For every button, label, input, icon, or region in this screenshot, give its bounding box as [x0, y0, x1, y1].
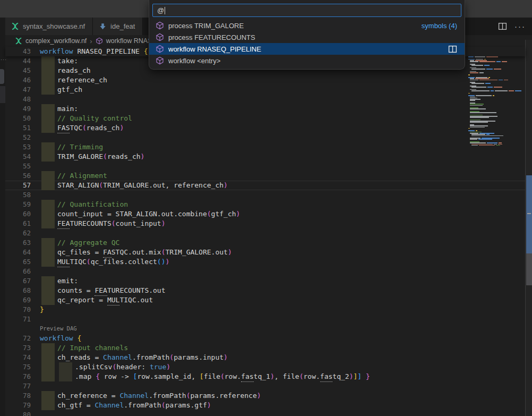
code-line-76[interactable]: 76.map { row -> [row.sample_id, [file(ro… — [5, 372, 525, 381]
code-line-48[interactable]: 48 — [5, 95, 525, 104]
code-token: ) — [224, 181, 228, 190]
code-token: workflow — [40, 334, 73, 343]
code-line-65[interactable]: 65MULTIQC(qc_files.collect()) — [5, 257, 525, 267]
quick-pick-list: process TRIM_GALOREsymbols (4)process FE… — [149, 20, 465, 66]
code-line-46[interactable]: 46reference_ch — [5, 75, 525, 85]
minimap-segment — [470, 61, 478, 62]
code-token: params.reference — [190, 391, 256, 401]
quick-pick-item-workflow-rnaseq-pipeline[interactable]: workflow RNASEQ_PIPELINE — [149, 43, 465, 55]
tab-ide_feat[interactable]: ide_feat — [93, 18, 143, 35]
code-line-51[interactable]: 51FASTQC(reads_ch) — [5, 123, 525, 133]
code-line-63[interactable]: 63// Aggregate QC — [5, 238, 525, 248]
code-line-60[interactable]: 60count_input = STAR_ALIGN.out.combine(g… — [5, 209, 525, 219]
quick-pick-item-workflow-entry-[interactable]: workflow <entry> — [149, 55, 465, 66]
code-line-61[interactable]: 61FEATURECOUNTS(count_input) — [5, 219, 525, 228]
code-token: TRIM_GALORE.out, reference_ch — [103, 181, 224, 190]
code-token: .splitCsv — [75, 362, 112, 372]
line-content: ch_gtf = Channel.fromPath(params.gtf) — [40, 401, 211, 410]
code-token: Channel — [95, 401, 124, 410]
code-line-57[interactable]: 57STAR_ALIGN(TRIM_GALORE.out, reference_… — [5, 181, 525, 190]
code-line-50[interactable]: 50// Quality control — [5, 114, 525, 123]
line-content: // Quantification — [40, 200, 128, 209]
quick-pick-item-process-trim-galore[interactable]: process TRIM_GALOREsymbols (4) — [149, 20, 465, 31]
line-content: main: — [40, 104, 78, 114]
tab-syntax_showcase.nf[interactable]: syntax_showcase.nf — [5, 18, 93, 35]
indent-guide-block — [41, 353, 55, 362]
indent-guide-block — [41, 123, 55, 133]
code-line-72[interactable]: 72workflow { — [5, 334, 525, 343]
code-line-78[interactable]: 78ch_reference = Channel.fromPath(params… — [5, 391, 525, 401]
line-number: 44 — [5, 56, 31, 66]
breadcrumb-file[interactable]: complex_workflow.nf — [25, 37, 87, 45]
code-line-55[interactable]: 55 — [5, 162, 525, 171]
code-line-69[interactable]: 69qc_report = MULTIQC.out — [5, 295, 525, 305]
code-token: STAR_ALIGN — [57, 181, 99, 190]
split-editor-icon[interactable] — [498, 22, 507, 31]
code-token: reference_ch — [57, 75, 107, 85]
line-number: 77 — [5, 381, 31, 391]
code-editor[interactable]: 44take:45reads_ch46reference_ch47gtf_ch4… — [5, 56, 525, 416]
code-token: tq_2 — [332, 372, 349, 381]
code-line-56[interactable]: 56// Alignment — [5, 171, 525, 181]
quick-pick-input[interactable]: @ — [152, 4, 461, 17]
code-line-74[interactable]: 74ch_reads = Channel.fromPath(params.inp… — [5, 353, 525, 362]
quick-pick-widget: @ process TRIM_GALOREsymbols (4)process … — [149, 0, 465, 70]
code-line-79[interactable]: 79ch_gtf = Channel.fromPath(params.gtf) — [5, 401, 525, 410]
minimap-segment — [470, 127, 485, 128]
code-line-64[interactable]: 64qc_files = FASTQC.out.mix(TRIM_GALORE.… — [5, 248, 525, 257]
right-panel-sliver — [525, 40, 532, 416]
symbol-cube-icon — [96, 37, 103, 45]
code-line-68[interactable]: 68counts = FEATURECOUNTS.out — [5, 286, 525, 295]
code-token: // Aggregate QC — [57, 238, 119, 248]
code-token: ch_reads = — [57, 353, 103, 362]
line-number: 69 — [5, 295, 31, 305]
line-number: 78 — [5, 391, 31, 401]
more-actions-icon[interactable]: ··· — [514, 24, 526, 29]
code-token: true — [150, 362, 166, 372]
code-token: STQC.out.mix — [111, 248, 161, 257]
indent-guide-block — [41, 152, 55, 162]
indent-guide-block — [41, 66, 55, 75]
minimap-segment — [479, 145, 495, 146]
line-content: MULTIQC(qc_files.collect()) — [40, 257, 169, 267]
code-line-77[interactable]: 77 — [5, 381, 525, 391]
code-line-59[interactable]: 59// Quantification — [5, 200, 525, 209]
code-token: ch_reference = — [57, 391, 119, 401]
minimap-segment — [487, 87, 493, 88]
arrow-down-icon — [99, 22, 107, 30]
minimap-segment — [495, 90, 508, 91]
text-cursor — [165, 7, 165, 14]
line-content: TRIM_GALORE(reads_ch) — [40, 152, 144, 162]
code-line-58[interactable]: 58 — [5, 190, 525, 200]
code-token: count_input = STAR_ALIGN.out.combine — [57, 209, 207, 219]
code-line-49[interactable]: 49main: — [5, 104, 525, 114]
minimap-segment — [509, 90, 514, 91]
minimap[interactable] — [468, 47, 525, 146]
code-line-67[interactable]: 67emit: — [5, 276, 525, 286]
code-line-66[interactable]: 66 — [5, 267, 525, 276]
line-content: emit: — [40, 276, 78, 286]
code-line-73[interactable]: 73// Input channels — [5, 343, 525, 353]
code-line-62[interactable]: 62 — [5, 228, 525, 238]
code-line-70[interactable]: 70} — [5, 305, 525, 315]
code-token: ) — [166, 257, 170, 267]
left-strip-handle[interactable] — [0, 69, 4, 84]
code-line-71[interactable]: 71 — [5, 315, 525, 324]
codelens-preview-dag-link[interactable]: Preview DAG — [40, 324, 77, 334]
quick-pick-item-process-featurecounts[interactable]: process FEATURECOUNTS — [149, 31, 465, 43]
code-token: ( — [161, 401, 166, 410]
split-editor-icon[interactable] — [448, 45, 457, 54]
line-number: 58 — [5, 190, 31, 200]
code-token: ) — [166, 362, 170, 372]
code-line-75[interactable]: 75.splitCsv(header: true) — [5, 362, 525, 372]
minimap-segment — [470, 100, 475, 101]
code-line-80[interactable]: 80 — [5, 410, 525, 416]
code-line-54[interactable]: 54TRIM_GALORE(reads_ch) — [5, 152, 525, 162]
indent-guide-block — [41, 295, 55, 305]
code-line-47[interactable]: 47gtf_ch — [5, 85, 525, 95]
minimap-segment — [478, 139, 492, 140]
code-line-53[interactable]: 53// Trimming — [5, 142, 525, 152]
minimap-segment — [470, 122, 488, 123]
minimap-segment — [496, 145, 500, 146]
code-line-52[interactable]: 52 — [5, 133, 525, 142]
